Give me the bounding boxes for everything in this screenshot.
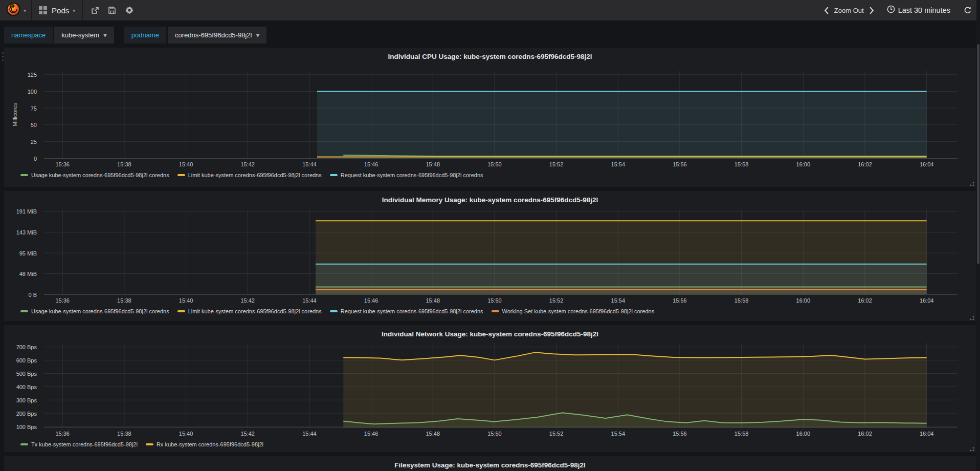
- panel-memory-usage: Individual Memory Usage: kube-system cor…: [4, 191, 976, 321]
- variable-namespace-label: namespace: [4, 27, 53, 44]
- variable-podname-value: coredns-695f96dcd5-98j2l: [175, 31, 252, 39]
- panel-title[interactable]: Filesystem Usage: kube-system coredns-69…: [4, 456, 976, 471]
- legend-series-color: [20, 310, 28, 312]
- x-axis-tick-label: 15:46: [364, 297, 378, 304]
- x-axis-tick-label: 15:44: [302, 297, 317, 304]
- x-axis-tick-label: 15:38: [117, 431, 131, 437]
- legend-series-color: [330, 310, 338, 312]
- y-axis: 0255075100125: [4, 71, 41, 159]
- legend: Usage kube-system coredns-695f96dcd5-98j…: [4, 308, 976, 319]
- x-axis-tick-label: 15:54: [611, 297, 626, 304]
- x-axis-tick-label: 15:38: [117, 297, 131, 304]
- x-axis-tick-label: 16:02: [858, 161, 872, 167]
- panel-title[interactable]: Individual Memory Usage: kube-system cor…: [4, 191, 976, 207]
- y-axis-tick-label: 600 Bps: [16, 357, 37, 363]
- legend-item[interactable]: Request kube-system coredns-695f96dcd5-9…: [330, 308, 483, 314]
- chevron-down-icon: ▼: [256, 33, 259, 38]
- x-axis-tick-label: 15:56: [673, 431, 687, 437]
- legend-series-label: Request kube-system coredns-695f96dcd5-9…: [341, 172, 483, 178]
- time-shift-back-button[interactable]: [823, 7, 829, 14]
- chevron-down-icon: ▾: [24, 8, 26, 13]
- x-axis-tick-label: 15:54: [611, 161, 626, 167]
- y-axis-tick-label: 75: [31, 105, 37, 112]
- x-axis-tick-label: 15:46: [364, 431, 378, 437]
- time-shift-forward-button[interactable]: [869, 7, 875, 14]
- panel-network-usage: Individual Network Usage: kube-system co…: [4, 325, 976, 452]
- y-axis-tick-label: 143 MiB: [16, 229, 37, 236]
- legend-item[interactable]: Limit kube-system coredns-695f96dcd5-98j…: [177, 308, 322, 314]
- zoom-out-button[interactable]: Zoom Out: [834, 7, 864, 14]
- navbar: ▾ Pods ▾: [0, 0, 980, 20]
- legend-item[interactable]: Working Set kube-system coredns-695f96dc…: [492, 308, 655, 314]
- legend-series-color: [20, 443, 28, 445]
- save-icon[interactable]: [103, 0, 121, 20]
- time-range-picker[interactable]: Last 30 minutes: [887, 5, 950, 15]
- x-axis-tick-label: 16:02: [858, 297, 872, 304]
- plot-area[interactable]: [44, 71, 957, 159]
- time-controls: Zoom Out Last 30 minutes: [823, 5, 980, 15]
- x-axis-tick-label: 15:40: [179, 431, 193, 437]
- x-axis-tick-label: 15:36: [55, 297, 70, 304]
- legend-item[interactable]: Limit kube-system coredns-695f96dcd5-98j…: [177, 172, 322, 178]
- panel-resize-handle[interactable]: [969, 445, 975, 451]
- variable-podname-dropdown[interactable]: coredns-695f96dcd5-98j2l ▼: [168, 27, 266, 44]
- x-axis-tick-label: 15:42: [240, 161, 255, 167]
- dashboard-title: Pods: [52, 6, 69, 15]
- dashboard-picker[interactable]: Pods ▾: [32, 0, 83, 20]
- legend-item[interactable]: Request kube-system coredns-695f96dcd5-9…: [330, 172, 483, 178]
- variable-namespace-dropdown[interactable]: kube-system ▼: [54, 27, 114, 44]
- panel-resize-handle[interactable]: [969, 314, 975, 320]
- x-axis-tick-label: 15:36: [55, 431, 70, 437]
- legend-series-label: Limit kube-system coredns-695f96dcd5-98j…: [188, 308, 322, 314]
- y-axis-tick-label: 0 B: [28, 292, 37, 298]
- legend-series-color: [492, 310, 499, 312]
- variable-podname-label: podname: [124, 27, 166, 44]
- x-axis-tick-label: 16:00: [796, 161, 811, 167]
- legend-series-color: [177, 310, 185, 312]
- x-axis-tick-label: 15:46: [364, 161, 378, 167]
- x-axis-tick-label: 15:36: [55, 161, 70, 167]
- x-axis-tick-label: 16:00: [796, 297, 811, 304]
- dashboard-body: Individual CPU Usage: kube-system coredn…: [0, 46, 980, 471]
- x-axis-tick-label: 15:58: [734, 431, 749, 437]
- panel-resize-handle[interactable]: [969, 180, 975, 186]
- refresh-icon[interactable]: [964, 6, 972, 14]
- x-axis-tick-label: 15:40: [179, 161, 193, 167]
- scrollbar-thumb[interactable]: [977, 44, 979, 264]
- plot-area[interactable]: [44, 210, 957, 295]
- time-range-label: Last 30 minutes: [898, 6, 950, 14]
- share-icon[interactable]: [86, 0, 103, 20]
- panel-filesystem-usage: Filesystem Usage: kube-system coredns-69…: [4, 456, 976, 471]
- y-axis-tick-label: 500 Bps: [16, 371, 37, 377]
- legend-item[interactable]: Rx kube-system coredns-695f96dcd5-98j2l: [146, 441, 263, 447]
- x-axis-tick-label: 15:52: [549, 297, 564, 304]
- panel-title[interactable]: Individual CPU Usage: kube-system coredn…: [4, 48, 976, 63]
- legend-series-color: [146, 443, 153, 445]
- y-axis-tick-label: 100: [28, 89, 37, 95]
- y-axis: 100 Bps200 Bps300 Bps400 Bps500 Bps600 B…: [4, 343, 41, 428]
- legend-series-label: Working Set kube-system coredns-695f96dc…: [502, 308, 655, 314]
- legend-series-color: [330, 174, 338, 176]
- legend-item[interactable]: Usage kube-system coredns-695f96dcd5-98j…: [20, 308, 169, 314]
- x-axis-tick-label: 15:56: [673, 297, 687, 304]
- y-axis-tick-label: 700 Bps: [16, 344, 37, 350]
- legend: Usage kube-system coredns-695f96dcd5-98j…: [4, 172, 976, 183]
- panel-title[interactable]: Individual Network Usage: kube-system co…: [4, 325, 976, 341]
- legend-item[interactable]: Usage kube-system coredns-695f96dcd5-98j…: [20, 172, 169, 178]
- scrollbar: [976, 0, 980, 471]
- x-axis-tick-label: 15:50: [487, 297, 502, 304]
- x-axis-tick-label: 15:48: [426, 431, 440, 437]
- legend-item[interactable]: Tx kube-system coredns-695f96dcd5-98j2l: [20, 441, 138, 447]
- x-axis-tick-label: 15:56: [673, 161, 687, 167]
- legend-series-label: Usage kube-system coredns-695f96dcd5-98j…: [31, 172, 169, 178]
- plot-area[interactable]: [44, 343, 957, 428]
- grafana-main-menu[interactable]: ▾: [0, 0, 32, 20]
- legend: Tx kube-system coredns-695f96dcd5-98j2lR…: [4, 441, 976, 453]
- x-axis-tick-label: 15:38: [117, 161, 131, 167]
- settings-gear-icon[interactable]: [121, 0, 138, 20]
- x-axis-tick-label: 15:42: [240, 297, 255, 304]
- x-axis: 15:3615:3815:4015:4215:4415:4615:4815:50…: [44, 160, 957, 169]
- x-axis: 15:3615:3815:4015:4215:4415:4615:4815:50…: [44, 429, 957, 438]
- y-axis-tick-label: 48 MiB: [19, 271, 37, 277]
- y-axis-tick-label: 0: [34, 156, 37, 162]
